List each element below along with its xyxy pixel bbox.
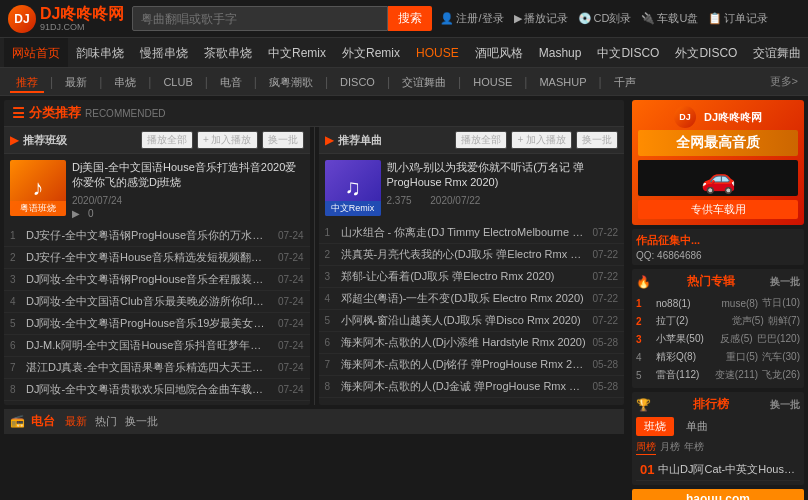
- ranking-tab-single[interactable]: 单曲: [678, 417, 716, 436]
- order-action[interactable]: 📋 订单记录: [708, 11, 768, 26]
- song-left-4[interactable]: 4 DJ阿妆-全中文国语Club音乐最美晚必游所你印记情音乐车载DJ串烧 07-…: [4, 291, 310, 313]
- radio-tab-change[interactable]: 换一批: [125, 414, 158, 429]
- play-history-action[interactable]: ▶ 播放记录: [514, 11, 568, 26]
- song-right-1[interactable]: 1 山水组合 - 你离走(DJ Timmy ElectroMelbourne R…: [319, 222, 625, 244]
- rec-left-featured: ♪ 粤语班烧 Dj美国-全中文国语House音乐打造抖音2020爱你爱你飞的感觉…: [4, 154, 310, 225]
- hot-item-1[interactable]: 1 no88(1) muse(8) 节日(10): [636, 294, 800, 312]
- ranking-sub-tab-week[interactable]: 周榜: [636, 440, 656, 455]
- song-right-5[interactable]: 5 小阿枫-窗沿山越美人(DJ取乐 弹Disco Rmx 2020) 07-22: [319, 310, 625, 332]
- nav-item-3[interactable]: 茶歌串烧: [196, 38, 260, 68]
- song-right-9[interactable]: 9 海来阿木-点歌的人(DJHing ProgHouse Rmx 2020) 0…: [319, 398, 625, 402]
- nav-item-11[interactable]: 交谊舞曲: [745, 38, 808, 68]
- nav-item-home[interactable]: 网站首页: [4, 38, 68, 68]
- hot-item-3[interactable]: 3 小苹果(50) 反感(5) 巴巴(120): [636, 330, 800, 348]
- nav-item-8[interactable]: Mashup: [531, 38, 590, 68]
- sub-nav-elec[interactable]: 电音: [214, 71, 248, 93]
- sub-nav-more[interactable]: 更多>: [770, 74, 798, 89]
- sub-nav-recommend[interactable]: 推荐: [10, 71, 44, 93]
- hot-item-5[interactable]: 5 雷音(112) 变速(211) 飞龙(26): [636, 366, 800, 384]
- sidebar-banner-logo-row: DJ DJ咚咚咚网: [638, 106, 798, 128]
- rec-left-actions: 播放全部 + 加入播放 换一批: [141, 131, 304, 149]
- hot-item-4[interactable]: 4 精彩Q(8) 重口(5) 汽车(30): [636, 348, 800, 366]
- nav-item-2[interactable]: 慢摇串烧: [132, 38, 196, 68]
- search-input[interactable]: [132, 6, 388, 31]
- song-right-2[interactable]: 2 洪真英-月亮代表我的心(DJ取乐 弹Electro Rmx 2020) 07…: [319, 244, 625, 266]
- nav-item-9[interactable]: 中文DISCO: [589, 38, 667, 68]
- nav-item-4[interactable]: 中文Remix: [260, 38, 334, 68]
- song-left-9[interactable]: 9 广州DJ追缘-全中文粤语果音乐怀念BEYOND和家家原制作慢唱版 06-12: [4, 401, 310, 405]
- ranking-tab-serial[interactable]: 班烧: [636, 417, 674, 436]
- ranking-sub-tab-year[interactable]: 年榜: [684, 440, 704, 455]
- rec-left-header: ▶ 推荐班级 播放全部 + 加入播放 换一批: [4, 127, 310, 154]
- rec-left-add-queue[interactable]: + 加入播放: [197, 131, 258, 149]
- ranking-change[interactable]: 换一批: [770, 398, 800, 412]
- nav-item-1[interactable]: 韵味串烧: [68, 38, 132, 68]
- radio-tab-new[interactable]: 最新: [65, 414, 87, 429]
- rec-left-song-list: 1 DJ安仔-全中文粤语钢ProgHouse音乐你的万水千山DJ班私房慢摇串烧 …: [4, 225, 310, 405]
- featured-left-date: 2020/07/24: [72, 195, 122, 206]
- featured-right-date: 2020/07/22: [430, 195, 480, 206]
- rec-right-featured-img: ♫ 中文Remix: [325, 160, 381, 216]
- rec-left-play-all[interactable]: 播放全部: [141, 131, 193, 149]
- sub-nav-cantonese[interactable]: 疯粤潮歌: [263, 71, 319, 93]
- song-left-8[interactable]: 8 DJ阿妆-全中文粤语贵歌欢乐回地院合金曲车载歌选唱版串烧 07-24: [4, 379, 310, 401]
- rec-right-title: 推荐单曲: [338, 133, 382, 148]
- radio-title: 电台: [31, 413, 55, 430]
- rec-right-play-all[interactable]: 播放全部: [455, 131, 507, 149]
- sub-nav-club[interactable]: CLUB: [157, 71, 198, 93]
- ranking-tabs: 班烧 单曲: [636, 417, 800, 436]
- sub-nav-house[interactable]: HOUSE: [467, 71, 518, 93]
- nav-item-7[interactable]: 酒吧风格: [467, 38, 531, 68]
- search-button[interactable]: 搜索: [388, 6, 432, 31]
- rec-right-song-list: 1 山水组合 - 你离走(DJ Timmy ElectroMelbourne R…: [319, 222, 625, 402]
- rec-right-featured: ♫ 中文Remix 凯小鸡-别以为我爱你就不听话(万名记 弹ProgHouse …: [319, 154, 625, 222]
- hot-item-2[interactable]: 2 拉丁(2) 觉声(5) 朝鲜(7): [636, 312, 800, 330]
- hot-chart-icon: 🔥: [636, 275, 651, 289]
- song-right-7[interactable]: 7 海来阿木-点歌的人(Dj铭仔 弹ProgHouse Rmx 2020) 05…: [319, 354, 625, 376]
- sub-nav-mashup[interactable]: MASHUP: [533, 71, 592, 93]
- sidebar-banner-dj-icon: DJ: [674, 106, 696, 128]
- bottom-ad-text: haouu.com: [638, 492, 798, 500]
- login-action[interactable]: 👤 注册/登录: [440, 11, 503, 26]
- ranking-sub-tab-month[interactable]: 月榜: [660, 440, 680, 455]
- sub-nav-dance[interactable]: 交谊舞曲: [396, 71, 452, 93]
- rec-columns: ▶ 推荐班级 播放全部 + 加入播放 换一批 ♪ 粤语班烧 Dj美国-全: [4, 127, 624, 405]
- sub-nav-qiansheng[interactable]: 千声: [608, 71, 642, 93]
- sub-nav-disco[interactable]: DISCO: [334, 71, 381, 93]
- ranking-sub-tabs: 周榜 月榜 年榜: [636, 440, 800, 455]
- rec-right-featured-info: 凯小鸡-别以为我爱你就不听话(万名记 弹ProgHouse Rmx 2020) …: [387, 160, 619, 216]
- radio-tabs: 最新 热门 换一批: [65, 414, 158, 429]
- cd-action[interactable]: 💿 CD刻录: [578, 11, 632, 26]
- song-right-8[interactable]: 8 海来阿木-点歌的人(DJ金诚 弹ProgHouse Rmx 2020) 05…: [319, 376, 625, 398]
- radio-tab-hot[interactable]: 热门: [95, 414, 117, 429]
- nav-item-5[interactable]: 外文Remix: [334, 38, 408, 68]
- rec-right-change[interactable]: 换一批: [576, 131, 618, 149]
- sidebar-ranking-title: 🏆 排行榜 换一批: [636, 396, 800, 413]
- song-left-7[interactable]: 7 湛江DJ真袁-全中文国语果粤音乐精选四大天王歌神张学友兄弟一生爱 07-24: [4, 357, 310, 379]
- song-right-3[interactable]: 3 郑郁-让心看着(DJ取乐 弹Electro Rmx 2020) 07-22: [319, 266, 625, 288]
- song-left-6[interactable]: 6 DJ-M.k阿明-全中文国语House音乐抖音旺梦年版DJ班烧慢摇精选串 0…: [4, 335, 310, 357]
- nav-item-10[interactable]: 外文DISCO: [667, 38, 745, 68]
- rec-left-change[interactable]: 换一批: [262, 131, 304, 149]
- nav-item-house[interactable]: HOUSE: [408, 38, 467, 68]
- song-left-2[interactable]: 2 DJ安仔-全中文粤语House音乐精选发短视频翻版音乐合唱粤语DJ串烧 07…: [4, 247, 310, 269]
- sub-nav-serial[interactable]: 串烧: [108, 71, 142, 93]
- sidebar-hot-chart: 🔥 热门专辑 换一批 1 no88(1) muse(8) 节日(10) 2 拉丁…: [632, 269, 804, 388]
- sidebar: DJ DJ咚咚咚网 全网最高音质 🚗 专供车载用 作品征集中... QQ: 46…: [628, 96, 808, 500]
- song-left-1[interactable]: 1 DJ安仔-全中文粤语钢ProgHouse音乐你的万水千山DJ班私房慢摇串烧 …: [4, 225, 310, 247]
- sidebar-ranking: 🏆 排行榜 换一批 班烧 单曲 周榜 月榜 年榜 01 中山DJ阿Cat-中英文…: [632, 392, 804, 485]
- ranking-item-1[interactable]: 01 中山DJ阿Cat-中英文House音乐为粤红发哥打造抖音流行热搜DJ串烧: [636, 459, 800, 481]
- rec-left-title: 推荐班级: [23, 133, 67, 148]
- song-right-6[interactable]: 6 海来阿木-点歌的人(Dj小添维 Hardstyle Rmx 2020) 05…: [319, 332, 625, 354]
- song-right-4[interactable]: 4 邓超尘(粤语)-一生不变(DJ取乐 Electro Rmx 2020) 07…: [319, 288, 625, 310]
- song-left-3[interactable]: 3 DJ阿妆-全中文粤语钢ProgHouse音乐全程服装歌律粤语街舞DJ串烧 0…: [4, 269, 310, 291]
- sub-nav-new[interactable]: 最新: [59, 71, 93, 93]
- rec-left-featured-info: Dj美国-全中文国语House音乐打造抖音2020爱你爱你飞的感觉Dj班烧 20…: [72, 160, 304, 219]
- song-left-5[interactable]: 5 DJ阿妆-全中文粤语ProgHouse音乐19岁最美女神美人(DJ)跌宝Di…: [4, 313, 310, 335]
- logo-domain: 91DJ.COM: [40, 22, 124, 32]
- rec-right-add-queue[interactable]: + 加入播放: [511, 131, 572, 149]
- main-nav: 网站首页 韵味串烧 慢摇串烧 茶歌串烧 中文Remix 外文Remix HOUS…: [0, 38, 808, 68]
- hot-chart-change[interactable]: 换一批: [770, 275, 800, 289]
- usb-action[interactable]: 🔌 车载U盘: [641, 11, 698, 26]
- ranking-num-1: 01: [640, 462, 658, 477]
